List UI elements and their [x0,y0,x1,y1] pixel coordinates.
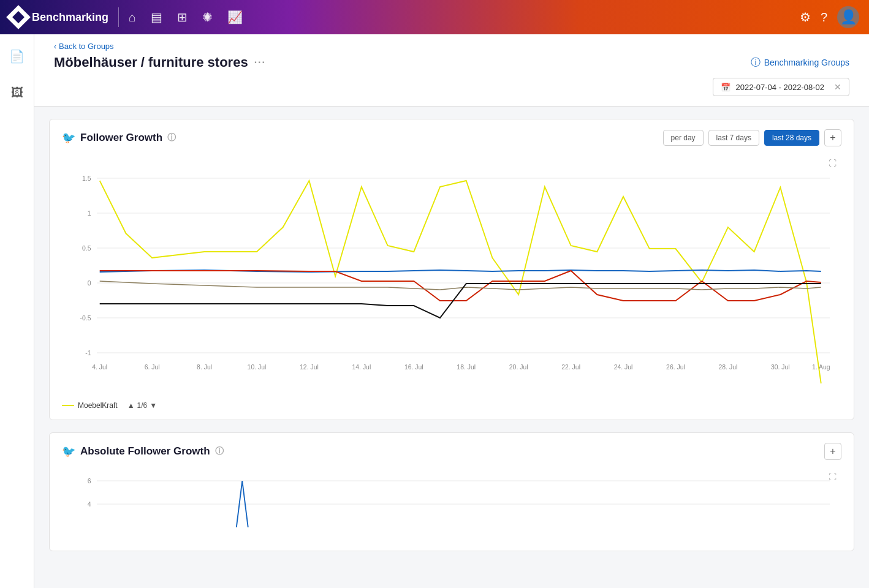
svg-text:1.5: 1.5 [82,175,91,182]
page-header: ‹ Back to Groups Möbelhäuser / furniture… [34,34,869,107]
absolute-follower-chart-area: ⛶ 6 4 [50,467,854,551]
info-icon-follower-growth[interactable]: ⓘ [167,132,176,143]
help-icon[interactable]: ? [821,10,827,24]
nav-divider [118,7,119,27]
follower-growth-card: 🐦 Follower Growth ⓘ per day last 7 days … [49,119,854,420]
absolute-chart-expand-icon[interactable]: ⛶ [829,472,837,481]
svg-text:1: 1 [88,209,91,217]
analytics-icon[interactable]: ✺ [202,10,213,24]
calculator-icon[interactable]: ⊞ [177,10,188,24]
svg-text:10. Jul: 10. Jul [248,363,267,371]
sidebar-pages-icon[interactable]: 📄 [4,44,29,69]
card-title-follower-growth: 🐦 Follower Growth ⓘ [62,131,176,145]
chart-legend-follower-growth: MoebelKraft ▲ 1/6 ▼ [50,396,854,420]
page-title-text: Möbelhäuser / furniture stores [54,55,248,70]
date-range-picker[interactable]: 📅 2022-07-04 - 2022-08-02 ✕ [713,78,849,96]
sidebar-media-icon[interactable]: 🖼 [6,81,28,105]
svg-text:20. Jul: 20. Jul [509,363,528,371]
svg-text:14. Jul: 14. Jul [352,363,371,371]
breadcrumb-label: Back to Groups [59,42,114,51]
legend-page: 1/6 [137,401,148,410]
nav-right: ⚙ ? 👤 [800,6,859,28]
follower-growth-chart-svg: 1.5 1 0.5 0 -0.5 -1 4. Jul 6. Jul 8. Jul… [62,154,841,386]
top-navigation: Benchmarking ⌂ ▤ ⊞ ✺ 📈 ⚙ ? 👤 [0,0,869,34]
svg-text:24. Jul: 24. Jul [614,363,633,371]
follower-growth-chart-container: ⛶ 1.5 1 0.5 0 -0.5 [62,154,841,386]
card-header-absolute-follower-growth: 🐦 Absolute Follower Growth ⓘ + [50,433,854,467]
info-icon-absolute[interactable]: ⓘ [215,446,224,457]
breadcrumb[interactable]: ‹ Back to Groups [54,42,849,51]
card-controls-follower-growth: per day last 7 days last 28 days + [663,129,841,146]
svg-text:30. Jul: 30. Jul [771,363,790,371]
svg-text:0.5: 0.5 [82,244,91,252]
follower-growth-title: Follower Growth [80,132,162,144]
card-title-absolute-follower-growth: 🐦 Absolute Follower Growth ⓘ [62,445,224,458]
calendar-icon: 📅 [721,83,730,92]
per-day-button[interactable]: per day [663,130,704,146]
app-title: Benchmarking [32,11,108,24]
user-avatar[interactable]: 👤 [837,6,859,28]
reports-icon[interactable]: ▤ [151,10,162,24]
chart-icon[interactable]: 📈 [227,10,243,24]
legend-label-moebelkraft: MoebelKraft [78,401,118,410]
benchmarking-groups-link[interactable]: ⓘ Benchmarking Groups [751,56,849,69]
twitter-icon-absolute: 🐦 [62,445,75,458]
nav-icons: ⌂ ▤ ⊞ ✺ 📈 [129,10,243,24]
svg-text:26. Jul: 26. Jul [666,363,685,371]
svg-text:1. Aug: 1. Aug [812,363,830,371]
sidebar: 📄 🖼 [0,34,34,588]
app-body: 📄 🖼 ‹ Back to Groups Möbelhäuser / furni… [0,34,869,588]
page-title-row: Möbelhäuser / furniture stores ··· ⓘ Ben… [54,55,849,70]
breadcrumb-arrow-icon: ‹ [54,42,56,51]
svg-text:16. Jul: 16. Jul [404,363,423,371]
legend-prev-icon[interactable]: ▲ [127,401,135,410]
legend-line-moebelkraft [62,405,74,406]
home-icon[interactable]: ⌂ [129,10,136,24]
svg-text:8. Jul: 8. Jul [197,363,212,371]
clear-date-icon[interactable]: ✕ [834,82,841,92]
svg-text:-1: -1 [85,349,91,356]
svg-text:6. Jul: 6. Jul [145,363,160,371]
legend-next-icon[interactable]: ▼ [150,401,157,410]
app-logo[interactable]: Benchmarking [10,9,108,26]
main-content: ‹ Back to Groups Möbelhäuser / furniture… [34,34,869,588]
legend-navigation: ▲ 1/6 ▼ [127,401,157,410]
svg-text:6: 6 [88,478,91,484]
benchmarking-groups-label: Benchmarking Groups [764,58,849,67]
page-title: Möbelhäuser / furniture stores ··· [54,55,266,70]
card-header-follower-growth: 🐦 Follower Growth ⓘ per day last 7 days … [50,119,854,154]
legend-item-moebelkraft: MoebelKraft [62,401,118,410]
settings-icon[interactable]: ⚙ [800,10,811,24]
absolute-follower-growth-title: Absolute Follower Growth [80,445,210,458]
logo-diamond [6,5,31,29]
expand-absolute-card-button[interactable]: + [824,443,841,460]
chart-expand-icon[interactable]: ⛶ [829,159,837,168]
avatar-image: 👤 [840,9,857,25]
twitter-icon-follower-growth: 🐦 [62,131,75,145]
last-28-days-button[interactable]: last 28 days [764,130,819,146]
follower-growth-chart-area: ⛶ 1.5 1 0.5 0 -0.5 [50,154,854,396]
svg-text:-0.5: -0.5 [80,314,91,322]
absolute-follower-chart-container: ⛶ 6 4 [62,467,841,541]
svg-text:0: 0 [88,279,91,287]
expand-card-button[interactable]: + [824,129,841,146]
svg-text:4. Jul: 4. Jul [92,363,107,371]
svg-text:4: 4 [88,501,91,508]
svg-text:22. Jul: 22. Jul [561,363,580,371]
svg-text:28. Jul: 28. Jul [719,363,738,371]
absolute-follower-chart-svg: 6 4 [62,467,841,541]
date-row: 📅 2022-07-04 - 2022-08-02 ✕ [54,78,849,96]
last-7-days-button[interactable]: last 7 days [708,130,759,146]
absolute-follower-growth-card: 🐦 Absolute Follower Growth ⓘ + ⛶ 6 4 [49,432,854,551]
svg-text:18. Jul: 18. Jul [457,363,476,371]
svg-text:12. Jul: 12. Jul [300,363,319,371]
more-options-icon[interactable]: ··· [254,57,266,68]
info-circle-icon: ⓘ [751,56,761,69]
date-range-value: 2022-07-04 - 2022-08-02 [735,83,824,92]
